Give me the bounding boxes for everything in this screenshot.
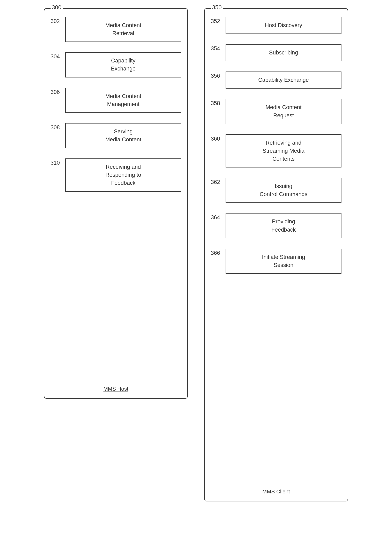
item-id-364: 364 — [211, 213, 226, 221]
left-panel-item: 306Media ContentManagement — [51, 88, 181, 113]
item-box-362: IssuingControl Commands — [226, 178, 341, 203]
right-panel-number: 350 — [211, 4, 223, 11]
left-panel-item: 304CapabilityExchange — [51, 52, 181, 77]
right-panel-item: 364ProvidingFeedback — [211, 213, 341, 238]
left-panel: 300 302Media ContentRetrieval304Capabili… — [44, 8, 188, 399]
left-panel-item: 302Media ContentRetrieval — [51, 17, 181, 42]
item-box-360: Retrieving andStreaming MediaContents — [226, 134, 341, 168]
left-panel-label: MMS Host — [44, 386, 187, 392]
item-box-306: Media ContentManagement — [65, 88, 181, 113]
item-id-356: 356 — [211, 71, 226, 79]
item-id-366: 366 — [211, 249, 226, 256]
right-panel-item: 360Retrieving andStreaming MediaContents — [211, 134, 341, 168]
item-id-358: 358 — [211, 99, 226, 107]
item-id-362: 362 — [211, 178, 226, 185]
left-panel-number: 300 — [51, 4, 63, 11]
item-box-308: ServingMedia Content — [65, 123, 181, 148]
item-box-354: Subscribing — [226, 44, 341, 61]
item-id-302: 302 — [51, 17, 65, 24]
right-panel-item: 358Media ContentRequest — [211, 99, 341, 124]
item-box-358: Media ContentRequest — [226, 99, 341, 124]
left-panel-item: 310Receiving andResponding toFeedback — [51, 159, 181, 192]
item-id-310: 310 — [51, 159, 65, 166]
item-id-304: 304 — [51, 52, 65, 60]
right-panel: 350 352Host Discovery354Subscribing356Ca… — [204, 8, 348, 501]
right-panel-item: 366Initiate StreamingSession — [211, 249, 341, 274]
right-panel-label: MMS Client — [205, 488, 348, 495]
right-panel-item: 356Capability Exchange — [211, 71, 341, 89]
right-panel-item: 352Host Discovery — [211, 17, 341, 34]
right-panel-item: 354Subscribing — [211, 44, 341, 61]
item-id-354: 354 — [211, 44, 226, 52]
item-box-356: Capability Exchange — [226, 71, 341, 89]
left-panel-item: 308ServingMedia Content — [51, 123, 181, 148]
item-box-302: Media ContentRetrieval — [65, 17, 181, 42]
item-id-360: 360 — [211, 134, 226, 142]
item-box-310: Receiving andResponding toFeedback — [65, 159, 181, 192]
item-box-366: Initiate StreamingSession — [226, 249, 341, 274]
diagram-container: 300 302Media ContentRetrieval304Capabili… — [21, 8, 371, 501]
item-box-352: Host Discovery — [226, 17, 341, 34]
right-panel-item: 362IssuingControl Commands — [211, 178, 341, 203]
item-box-364: ProvidingFeedback — [226, 213, 341, 238]
item-id-352: 352 — [211, 17, 226, 24]
item-id-308: 308 — [51, 123, 65, 131]
item-id-306: 306 — [51, 88, 65, 95]
item-box-304: CapabilityExchange — [65, 52, 181, 77]
